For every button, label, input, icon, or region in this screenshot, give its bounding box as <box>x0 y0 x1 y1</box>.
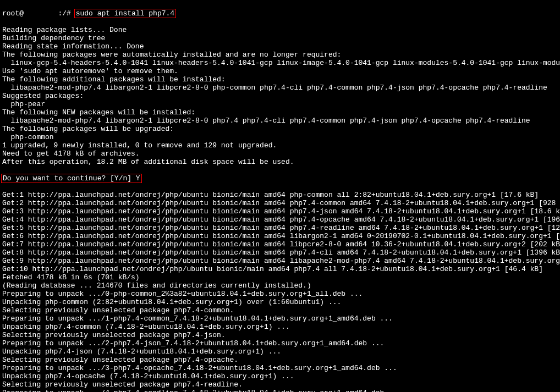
terminal-line: After this operation, 18.2 MB of additio… <box>2 158 558 166</box>
confirm-highlight[interactable]: Do you want to continue? [Y/n] Y <box>1 174 142 183</box>
terminal-line: The following NEW packages will be insta… <box>2 108 558 117</box>
terminal-line: Unpacking php7.4-opcache (7.4.18-2+ubunt… <box>2 372 558 380</box>
terminal-line: (Reading database ... 214670 files and d… <box>2 281 558 290</box>
terminal-line: Selecting previously unselected package … <box>2 306 558 314</box>
terminal-output: root@ :/# sudo apt install php7.4 Readin… <box>0 0 560 392</box>
terminal-line: php-common <box>2 133 558 141</box>
command-highlight: sudo apt install php7.4 <box>74 9 176 18</box>
terminal-line: Preparing to unpack .../3-php7.4-opcache… <box>2 364 558 372</box>
terminal-line: Need to get 4178 kB of archives. <box>2 150 558 158</box>
terminal-line: Use 'sudo apt autoremove' to remove them… <box>2 67 558 75</box>
terminal-line: Get:8 http://ppa.launchpad.net/ondrej/ph… <box>2 249 558 257</box>
terminal-line: libapache2-mod-php7.4 libargon2-1 libpcr… <box>2 84 558 92</box>
terminal-line: Get:5 http://ppa.launchpad.net/ondrej/ph… <box>2 224 558 232</box>
terminal-line: The following additional packages will b… <box>2 75 558 84</box>
terminal-line: Selecting previously unselected package … <box>2 331 558 339</box>
terminal-line: Unpacking php7.4-common (7.4.18-2+ubuntu… <box>2 323 558 331</box>
terminal-line: Preparing to unpack .../0-php-common_2%3… <box>2 290 558 298</box>
terminal-line: Preparing to unpack .../2-php7.4-json_7.… <box>2 339 558 347</box>
terminal-line: Preparing to unpack .../4-php7.4-readlin… <box>2 389 558 392</box>
prompt-line[interactable]: root@ :/# sudo apt install php7.4 <box>2 9 558 18</box>
terminal-line: Reading state information... Done <box>2 42 558 51</box>
terminal-line: Get:1 http://ppa.launchpad.net/ondrej/ph… <box>2 191 558 199</box>
terminal-line: Get:7 http://ppa.launchpad.net/ondrej/ph… <box>2 240 558 249</box>
terminal-line: Suggested packages: <box>2 92 558 100</box>
terminal-line: linux-gcp-5.4-headers-5.4.0-1041 linux-h… <box>2 59 558 67</box>
terminal-line: Unpacking php7.4-json (7.4.18-2+ubuntu18… <box>2 347 558 356</box>
terminal-line: php-pear <box>2 100 558 108</box>
terminal-line: Get:10 http://ppa.launchpad.net/ondrej/p… <box>2 265 558 273</box>
terminal-line: Selecting previously unselected package … <box>2 356 558 364</box>
terminal-line: Building dependency tree <box>2 34 558 42</box>
prompt-prefix: root@ <box>2 9 24 18</box>
terminal-line: The following packages will be upgraded: <box>2 125 558 133</box>
terminal-line: The following packages were automaticall… <box>2 51 558 59</box>
terminal-line: Get:4 http://ppa.launchpad.net/ondrej/ph… <box>2 216 558 224</box>
terminal-line: Get:3 http://ppa.launchpad.net/ondrej/ph… <box>2 207 558 216</box>
terminal-line: Preparing to unpack .../1-php7.4-common_… <box>2 314 558 323</box>
prompt-suffix: :/# <box>58 9 75 18</box>
terminal-line: Fetched 4178 kB in 6s (701 kB/s) <box>2 273 558 281</box>
redacted-hostname <box>24 9 58 18</box>
terminal-line: Reading package lists... Done <box>2 26 558 34</box>
terminal-line: Selecting previously unselected package … <box>2 380 558 389</box>
terminal-line: libapache2-mod-php7.4 libargon2-1 libpcr… <box>2 117 558 125</box>
terminal-line: Unpacking php-common (2:82+ubuntu18.04.1… <box>2 298 558 306</box>
terminal-line: Get:6 http://ppa.launchpad.net/ondrej/ph… <box>2 232 558 240</box>
terminal-line: 1 upgraded, 9 newly installed, 0 to remo… <box>2 141 558 150</box>
terminal-line: Get:9 http://ppa.launchpad.net/ondrej/ph… <box>2 257 558 265</box>
terminal-line: Get:2 http://ppa.launchpad.net/ondrej/ph… <box>2 199 558 207</box>
